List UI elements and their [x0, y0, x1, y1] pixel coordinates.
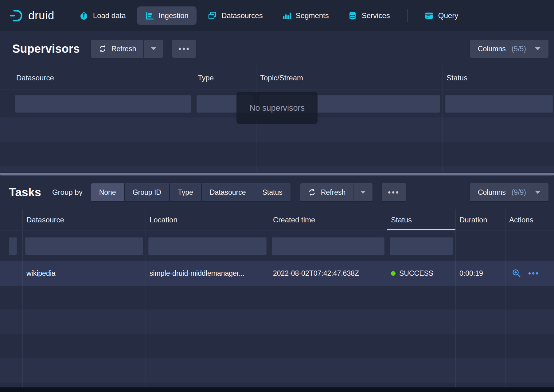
tasks-more-button[interactable]: ••• — [382, 183, 406, 201]
bottom-scrollbar-track[interactable] — [0, 387, 554, 392]
column-header-hidden — [9, 209, 23, 230]
supervisors-header-row: Datasource Type Topic/Stream Status — [0, 66, 554, 90]
supervisors-filter-datasource[interactable] — [15, 95, 191, 113]
datasources-icon — [208, 11, 217, 20]
services-icon — [348, 11, 357, 20]
supervisors-title: Supervisors — [12, 42, 80, 56]
refresh-icon — [98, 44, 107, 53]
column-header-datasource[interactable]: Datasource — [23, 209, 146, 230]
tasks-table: Datasource Location Created time Status … — [0, 209, 554, 392]
nav-divider — [407, 9, 408, 22]
table-cell — [9, 231, 23, 261]
ingestion-icon — [145, 11, 154, 20]
tasks-filter-row — [0, 231, 554, 261]
nav-item-label: Query — [438, 11, 458, 20]
table-row — [0, 166, 554, 172]
table-cell — [146, 231, 269, 261]
tasks-refresh-caret-button[interactable] — [353, 183, 373, 201]
table-cell — [9, 261, 23, 285]
chevron-down-icon — [535, 47, 540, 50]
table-row — [0, 334, 554, 358]
refresh-label: Refresh — [111, 45, 136, 53]
task-row-wikipedia[interactable]: wikipedia simple-druid-middlemanager... … — [0, 261, 554, 286]
nav-ingestion[interactable]: Ingestion — [137, 6, 197, 25]
supervisors-section: Supervisors Refresh ••• Columns (5/5) — [0, 31, 554, 172]
table-cell — [505, 231, 554, 261]
nav-item-label: Services — [362, 11, 390, 20]
more-icon: ••• — [528, 269, 539, 278]
nav-datasources[interactable]: Datasources — [200, 6, 271, 25]
top-navigation: druid Load data Ingestion Datasources — [0, 0, 554, 31]
tasks-filter-hidden-column[interactable] — [9, 237, 17, 255]
success-status-dot-icon — [391, 271, 396, 276]
chevron-down-icon — [151, 47, 156, 50]
chevron-down-icon — [360, 191, 366, 194]
more-icon: ••• — [388, 189, 400, 196]
column-header-created-time[interactable]: Created time — [269, 209, 387, 230]
columns-count: (9/9) — [512, 188, 526, 197]
tasks-columns-button[interactable]: Columns (9/9) — [470, 183, 548, 201]
chevron-down-icon — [535, 191, 540, 194]
tasks-section: Tasks Group by None Group ID Type Dataso… — [0, 177, 554, 392]
group-by-type-button[interactable]: Type — [170, 183, 201, 201]
tasks-title: Tasks — [9, 186, 41, 199]
refresh-label: Refresh — [321, 188, 346, 197]
supervisors-columns-button[interactable]: Columns (5/5) — [470, 40, 548, 58]
columns-label: Columns — [478, 45, 506, 53]
nav-item-label: Load data — [93, 11, 126, 20]
nav-query[interactable]: Query — [416, 6, 466, 25]
table-cell — [13, 90, 194, 117]
supervisors-toolbar: Supervisors Refresh ••• Columns (5/5) — [0, 31, 554, 66]
nav-item-label: Segments — [296, 11, 329, 20]
group-by-status-button[interactable]: Status — [254, 183, 290, 201]
task-detail-button[interactable] — [512, 268, 521, 278]
more-icon: ••• — [178, 45, 190, 53]
magnifier-plus-icon — [512, 268, 521, 278]
task-datasource-cell: wikipedia — [23, 261, 146, 285]
column-header-type[interactable]: Type — [194, 66, 256, 89]
supervisors-refresh-caret-button[interactable] — [144, 40, 163, 58]
column-header-datasource[interactable]: Datasource — [13, 66, 194, 89]
supervisors-refresh-split: Refresh — [91, 40, 163, 58]
nav-services[interactable]: Services — [340, 6, 398, 25]
nav-divider — [62, 9, 62, 22]
column-header-actions[interactable]: Actions — [505, 209, 554, 230]
nav-item-label: Datasources — [221, 11, 263, 20]
column-header-duration[interactable]: Duration — [456, 209, 505, 230]
task-location-cell: simple-druid-middlemanager... — [146, 261, 269, 285]
no-supervisors-message: No supervisors — [236, 92, 318, 124]
query-icon — [424, 11, 434, 20]
column-header-location[interactable]: Location — [146, 209, 269, 230]
supervisors-refresh-button[interactable]: Refresh — [91, 40, 144, 58]
table-cell — [269, 231, 387, 261]
task-status-cell: SUCCESS — [387, 261, 456, 285]
table-cell — [387, 231, 456, 261]
columns-label: Columns — [478, 188, 506, 197]
horizontal-scrollbar[interactable] — [0, 173, 554, 175]
tasks-filter-location[interactable] — [148, 237, 267, 255]
druid-logo[interactable]: druid — [9, 9, 54, 23]
columns-count: (5/5) — [512, 45, 526, 53]
group-by-datasource-button[interactable]: Datasource — [202, 183, 254, 201]
refresh-icon — [308, 188, 316, 197]
task-actions-more-button[interactable]: ••• — [528, 269, 539, 278]
supervisors-more-button[interactable]: ••• — [172, 40, 196, 58]
tasks-filter-datasource[interactable] — [25, 237, 143, 255]
tasks-filter-status[interactable] — [390, 237, 453, 255]
tasks-refresh-button[interactable]: Refresh — [300, 183, 353, 201]
tasks-toolbar: Tasks Group by None Group ID Type Dataso… — [0, 177, 554, 209]
tasks-header-row: Datasource Location Created time Status … — [0, 209, 554, 231]
column-header-status[interactable]: Status — [443, 66, 554, 89]
tasks-filter-created-time[interactable] — [272, 237, 384, 255]
nav-segments[interactable]: Segments — [274, 6, 337, 25]
supervisors-filter-status[interactable] — [445, 95, 553, 113]
upload-icon — [79, 11, 88, 20]
group-by-group-id-button[interactable]: Group ID — [125, 183, 169, 201]
group-by-none-button[interactable]: None — [91, 183, 124, 201]
column-header-status[interactable]: Status — [387, 209, 456, 230]
table-cell — [23, 231, 146, 261]
task-duration-cell: 0:00:19 — [456, 261, 505, 285]
nav-load-data[interactable]: Load data — [71, 6, 134, 25]
column-header-topic-stream[interactable]: Topic/Stream — [256, 66, 443, 89]
nav-item-label: Ingestion — [159, 11, 189, 20]
